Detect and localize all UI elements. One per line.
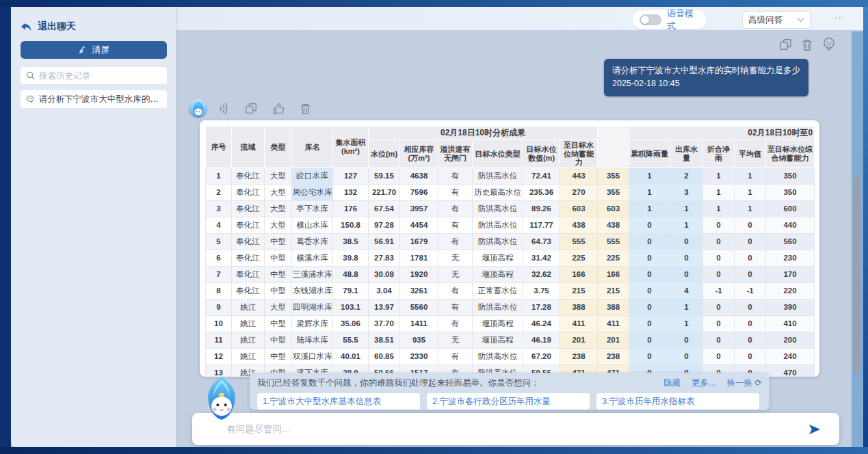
table-cell: 0 bbox=[735, 332, 766, 348]
table-cell: 有 bbox=[438, 299, 473, 315]
table-cell: 1 bbox=[206, 168, 232, 184]
table-cell: 935 bbox=[400, 332, 438, 348]
copy-icon[interactable] bbox=[778, 38, 793, 52]
table-cell: 440 bbox=[766, 217, 815, 233]
table-cell: 0 bbox=[629, 266, 670, 282]
table-cell: 0 bbox=[629, 348, 670, 364]
column-header: 折合净雨 bbox=[703, 140, 735, 168]
table-cell: 3.04 bbox=[369, 282, 400, 299]
search-history-input[interactable] bbox=[39, 71, 161, 81]
table-cell: 555 bbox=[598, 233, 629, 250]
column-header: 目标水位类型 bbox=[473, 140, 523, 168]
suggestion-item-2[interactable]: 2.宁波市各行政分区历年用水量 bbox=[427, 393, 590, 410]
window-frame-top bbox=[0, 0, 868, 7]
chevron-down-icon bbox=[797, 18, 804, 23]
table-cell: 3 bbox=[206, 200, 232, 217]
table-cell: 60.85 bbox=[369, 348, 400, 364]
table-cell: 225 bbox=[598, 250, 629, 266]
table-cell: 4454 bbox=[400, 217, 438, 233]
table-cell: 堰顶高程 bbox=[473, 250, 523, 266]
sidebar: 退出聊天 清屏 请分析下宁波市大中型水库的实时... bbox=[11, 7, 176, 447]
table-cell: 0 bbox=[735, 348, 766, 364]
table-cell: 葛岙水库 bbox=[292, 233, 333, 250]
user-message-bubble: 请分析下宁波市大中型水库的实时纳蓄能力是多少 2025-02-18 10:45 bbox=[604, 59, 808, 96]
voice-mode-toggle[interactable]: 语音模式 bbox=[633, 10, 707, 29]
speaker-icon[interactable] bbox=[217, 102, 231, 116]
toggle-switch[interactable] bbox=[640, 14, 661, 25]
table-cell: 12 bbox=[206, 348, 232, 364]
table-cell: 390 bbox=[766, 299, 815, 315]
table-cell: 堰顶高程 bbox=[473, 332, 523, 348]
refresh-button[interactable]: 换一换 ⟳ bbox=[727, 377, 762, 389]
question-input[interactable] bbox=[226, 424, 800, 434]
more-button[interactable]: 更多... bbox=[692, 377, 715, 389]
send-icon bbox=[808, 423, 821, 436]
table-cell: 411 bbox=[598, 315, 629, 332]
table-cell: 3 bbox=[670, 184, 703, 200]
clear-screen-button[interactable]: 清屏 bbox=[21, 41, 167, 59]
table-cell: 姚江 bbox=[232, 299, 265, 315]
table-cell: 无 bbox=[438, 266, 473, 282]
table-cell: 1 bbox=[670, 200, 703, 217]
table-cell: 3.75 bbox=[523, 282, 560, 299]
table-cell: 防洪高水位 bbox=[473, 168, 523, 184]
table-cell: 0 bbox=[703, 348, 735, 364]
suggestion-item-3[interactable]: 3.宁波市历年用水指标表 bbox=[596, 393, 759, 410]
table-cell: 奉化江 bbox=[232, 250, 265, 266]
scrollbar-track[interactable] bbox=[852, 31, 863, 447]
window-frame-left bbox=[0, 0, 11, 454]
column-header: 库名 bbox=[292, 126, 333, 168]
table-cell: 堰顶高程 bbox=[473, 266, 523, 282]
table-row: 3奉化江大型亭下水库17667.543957有防洪高水位89.266036031… bbox=[206, 200, 815, 217]
table-cell: 355 bbox=[598, 184, 629, 200]
table-cell: 39.8 bbox=[333, 250, 369, 266]
suggestion-item-1[interactable]: 1.宁波市大中型水库基本信息表 bbox=[257, 393, 420, 410]
table-cell: 603 bbox=[560, 200, 598, 217]
assistant-face-icon[interactable] bbox=[821, 37, 837, 52]
table-cell: 201 bbox=[598, 332, 629, 348]
table-cell: 防洪高水位 bbox=[473, 348, 523, 364]
table-cell: 1 bbox=[629, 200, 670, 217]
table-cell: 560 bbox=[766, 233, 815, 250]
toggle-knob bbox=[641, 16, 649, 24]
table-cell: 230 bbox=[766, 250, 815, 266]
copy-icon[interactable] bbox=[244, 102, 258, 116]
answer-mode-value: 高级问答 bbox=[748, 14, 782, 26]
table-cell: 240 bbox=[766, 348, 815, 364]
more-options-button[interactable]: ... bbox=[834, 9, 845, 21]
table-cell: 150.8 bbox=[333, 217, 369, 233]
delete-icon[interactable] bbox=[299, 102, 312, 116]
history-item[interactable]: 请分析下宁波市大中型水库的实时... bbox=[21, 90, 167, 108]
thumbs-up-icon[interactable] bbox=[272, 102, 285, 116]
table-cell: 0 bbox=[703, 299, 735, 315]
table-cell: 9 bbox=[206, 299, 232, 315]
exit-chat-button[interactable]: 退出聊天 bbox=[21, 21, 76, 33]
table-cell: 470 bbox=[766, 364, 815, 377]
message-actions bbox=[778, 37, 837, 52]
table-cell: 30.08 bbox=[369, 266, 400, 282]
table-cell: 117.77 bbox=[523, 217, 560, 233]
chat-area: 请分析下宁波市大中型水库的实时纳蓄能力是多少 2025-02-18 10:45 … bbox=[176, 30, 852, 447]
table-cell: 奉化江 bbox=[232, 217, 265, 233]
table-cell: 1 bbox=[670, 315, 703, 332]
table-cell: 350 bbox=[766, 184, 815, 200]
scrollbar-thumb[interactable] bbox=[854, 176, 860, 373]
table-cell: 0 bbox=[735, 233, 766, 250]
table-row: 7奉化江中型三溪浦水库48.830.081920无堰顶高程32.62166166… bbox=[206, 266, 815, 282]
delete-icon[interactable] bbox=[800, 38, 814, 52]
column-header: 流域 bbox=[232, 126, 265, 168]
table-cell: -1 bbox=[703, 282, 735, 299]
broom-icon bbox=[78, 45, 88, 55]
back-arrow-icon bbox=[21, 22, 32, 32]
table-cell: 0 bbox=[703, 266, 735, 282]
table-cell: 大型 bbox=[265, 168, 292, 184]
table-cell: 2330 bbox=[400, 348, 438, 364]
hide-button[interactable]: 隐藏 bbox=[663, 377, 681, 389]
table-cell: 中型 bbox=[265, 348, 292, 364]
table-cell: 1781 bbox=[400, 250, 438, 266]
table-cell: 438 bbox=[598, 217, 629, 233]
table-cell: 38.5 bbox=[333, 233, 369, 250]
send-button[interactable] bbox=[808, 423, 821, 436]
answer-mode-select[interactable]: 高级问答 bbox=[742, 11, 811, 29]
table-cell: 四明湖水库 bbox=[292, 299, 333, 315]
